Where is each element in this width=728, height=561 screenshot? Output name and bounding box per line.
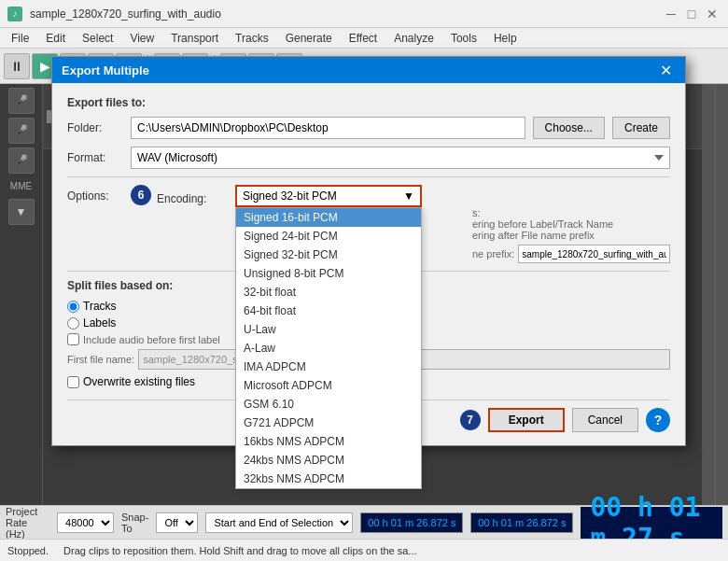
encoding-option-4[interactable]: 32-bit float — [236, 283, 421, 302]
right-info-s: s: — [472, 207, 670, 218]
overwrite-checkbox[interactable] — [67, 376, 79, 388]
labels-radio[interactable] — [67, 317, 79, 330]
labels-radio-label: Labels — [83, 316, 116, 330]
encoding-label: Encoding: — [157, 188, 231, 205]
first-file-label: First file name: — [67, 354, 134, 365]
encoding-option-14[interactable]: 32kbs NMS ADPCM — [236, 470, 421, 488]
encoding-option-12[interactable]: 16kbs NMS ADPCM — [236, 432, 421, 451]
dialog-body: Export files to: Folder: Choose... Creat… — [52, 83, 685, 445]
right-info-before: ering before Label/Track Name — [472, 218, 670, 230]
folder-row: Folder: Choose... Create — [67, 117, 670, 139]
folder-label: Folder: — [67, 121, 123, 134]
badge-7: 7 — [460, 410, 481, 430]
encoding-selected-value: Signed 32-bit PCM — [243, 189, 337, 203]
encoding-option-0[interactable]: Signed 16-bit PCM — [236, 208, 421, 227]
encoding-option-13[interactable]: 24kbs NMS ADPCM — [236, 451, 421, 470]
include-audio-checkbox[interactable] — [67, 333, 79, 345]
include-audio-label: Include audio before first label — [83, 334, 220, 345]
encoding-option-10[interactable]: GSM 6.10 — [236, 395, 421, 414]
format-select[interactable]: WAV (Microsoft) — [131, 147, 670, 169]
encoding-dropdown-arrow: ▼ — [403, 189, 414, 203]
encoding-container: Signed 32-bit PCM ▼ Signed 16-bit PCM Si… — [235, 185, 422, 207]
folder-input[interactable] — [131, 117, 525, 139]
dialog-titlebar: Export Multiple ✕ — [52, 57, 685, 83]
overwrite-label: Overwrite existing files — [83, 375, 195, 388]
right-info-after: ering after File name prefix — [472, 230, 670, 241]
tracks-radio-label: Tracks — [83, 300, 117, 313]
options-row: Options: 6 Encoding: Signed 32-bit PCM — [67, 185, 670, 263]
options-label: Options: — [67, 185, 123, 203]
encoding-option-1[interactable]: Signed 24-bit PCM — [236, 227, 421, 245]
badge-6: 6 — [131, 185, 151, 205]
prefix-input[interactable] — [518, 245, 670, 263]
encoding-option-9[interactable]: Microsoft ADPCM — [236, 376, 421, 395]
encoding-dropdown: Signed 16-bit PCM Signed 24-bit PCM Sign… — [235, 207, 422, 489]
encoding-option-5[interactable]: 64-bit float — [236, 302, 421, 320]
format-label: Format: — [67, 151, 123, 164]
help-button[interactable]: ? — [646, 408, 670, 432]
encoding-option-8[interactable]: IMA ADPCM — [236, 358, 421, 376]
dialog-overlay: Export Multiple ✕ Export files to: Folde… — [0, 0, 728, 561]
encoding-option-3[interactable]: Unsigned 8-bit PCM — [236, 264, 421, 283]
dialog-close-button[interactable]: ✕ — [655, 60, 676, 80]
encoding-trigger[interactable]: Signed 32-bit PCM ▼ — [235, 185, 422, 207]
format-row: Format: WAV (Microsoft) — [67, 147, 670, 169]
divider-1 — [67, 176, 670, 177]
prefix-label: ne prefix: — [472, 248, 514, 259]
dialog-title: Export Multiple — [62, 63, 149, 77]
create-button[interactable]: Create — [612, 117, 670, 139]
tracks-radio[interactable] — [67, 301, 79, 313]
choose-button[interactable]: Choose... — [533, 117, 605, 139]
export-multiple-dialog: Export Multiple ✕ Export files to: Folde… — [51, 56, 686, 446]
encoding-option-11[interactable]: G721 ADPCM — [236, 414, 421, 432]
encoding-option-2[interactable]: Signed 32-bit PCM — [236, 245, 421, 264]
export-files-label: Export files to: — [67, 96, 670, 109]
cancel-button[interactable]: Cancel — [572, 408, 638, 432]
export-button[interactable]: Export — [488, 408, 565, 432]
encoding-option-7[interactable]: A-Law — [236, 339, 421, 358]
right-info-panel: s: ering before Label/Track Name ering a… — [465, 207, 670, 263]
encoding-option-6[interactable]: U-Law — [236, 320, 421, 339]
